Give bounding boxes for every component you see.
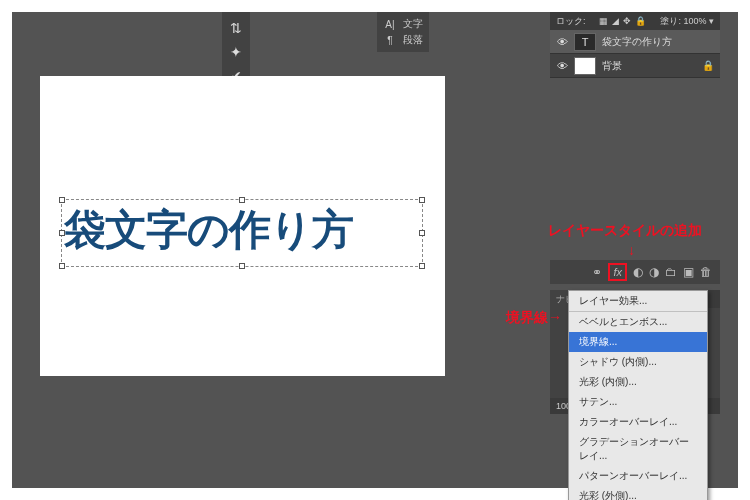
- handle-br[interactable]: [419, 263, 425, 269]
- handle-tr[interactable]: [419, 197, 425, 203]
- props-align-label: 段落: [403, 33, 423, 47]
- lock-pixels-icon[interactable]: ▦: [599, 16, 608, 26]
- menu-item-inner-glow[interactable]: 光彩 (内側)...: [569, 372, 707, 392]
- menu-item-layer-effects[interactable]: レイヤー効果...: [569, 291, 707, 312]
- props-text-label: 文字: [403, 17, 423, 31]
- handle-mr[interactable]: [419, 230, 425, 236]
- annotation-add-layer-style: レイヤースタイルの追加: [548, 222, 702, 240]
- adjustment-icon[interactable]: ◑: [649, 265, 659, 279]
- layer-row-text[interactable]: 👁 T 袋文字の作り方: [550, 30, 720, 54]
- layer-thumb-bg: [574, 57, 596, 75]
- lock-image-icon[interactable]: ◢: [612, 16, 619, 26]
- visibility-icon[interactable]: 👁: [556, 60, 568, 72]
- fill-value[interactable]: 100%: [683, 16, 706, 26]
- lock-icon: 🔒: [702, 60, 714, 71]
- menu-item-outer-glow[interactable]: 光彩 (外側)...: [569, 486, 707, 500]
- link-icon[interactable]: ⚭: [592, 265, 602, 279]
- handle-tl[interactable]: [59, 197, 65, 203]
- menu-item-inner-shadow[interactable]: シャドウ (内側)...: [569, 352, 707, 372]
- layers-panel: 👁 T 袋文字の作り方 👁 背景 🔒: [550, 30, 720, 78]
- mask-icon[interactable]: ◐: [633, 265, 643, 279]
- text-tool-icon: A|: [383, 19, 397, 30]
- text-orient-tool[interactable]: ⇅: [226, 18, 246, 38]
- lock-position-icon[interactable]: ✥: [623, 16, 631, 26]
- warp-tool[interactable]: ✦: [226, 42, 246, 62]
- lock-label: ロック:: [556, 15, 586, 28]
- handle-ml[interactable]: [59, 230, 65, 236]
- fx-button[interactable]: fx: [608, 263, 627, 281]
- app-frame: ⇅ ✦ ✔ ☰ A|文字 ¶段落 ロック: ▦ ◢ ✥ 🔒 塗り: 100% ▾…: [12, 12, 738, 488]
- annotation-arrow-icon: ↓: [628, 242, 635, 258]
- trash-icon[interactable]: 🗑: [700, 265, 712, 279]
- properties-panel: A|文字 ¶段落: [377, 12, 429, 52]
- menu-item-pattern-overlay[interactable]: パターンオーバーレイ...: [569, 466, 707, 486]
- layer-thumb-text: T: [574, 33, 596, 51]
- lock-all-icon[interactable]: 🔒: [635, 16, 646, 26]
- layer-name-bg: 背景: [602, 59, 622, 73]
- paragraph-icon: ¶: [383, 35, 397, 46]
- layers-footer: ⚭ fx ◐ ◑ 🗀 ▣ 🗑: [550, 260, 720, 284]
- menu-item-bevel[interactable]: ベベルとエンボス...: [569, 312, 707, 332]
- handle-bl[interactable]: [59, 263, 65, 269]
- menu-item-stroke[interactable]: 境界線...: [569, 332, 707, 352]
- text-bounding-box[interactable]: 袋文字の作り方: [64, 202, 420, 264]
- folder-icon[interactable]: 🗀: [665, 265, 677, 279]
- new-layer-icon[interactable]: ▣: [683, 265, 694, 279]
- layer-name-text: 袋文字の作り方: [602, 35, 672, 49]
- selection-outline: [61, 199, 423, 267]
- handle-tm[interactable]: [239, 197, 245, 203]
- canvas[interactable]: 袋文字の作り方: [40, 76, 445, 376]
- menu-item-gradient-overlay[interactable]: グラデーションオーバーレイ...: [569, 432, 707, 466]
- layer-lock-bar: ロック: ▦ ◢ ✥ 🔒 塗り: 100% ▾: [550, 12, 720, 30]
- layer-style-menu: レイヤー効果... ベベルとエンボス... 境界線... シャドウ (内側)..…: [568, 290, 708, 500]
- handle-bm[interactable]: [239, 263, 245, 269]
- layer-row-bg[interactable]: 👁 背景 🔒: [550, 54, 720, 78]
- annotation-stroke: 境界線→: [506, 309, 562, 327]
- visibility-icon[interactable]: 👁: [556, 36, 568, 48]
- fill-dropdown-icon[interactable]: ▾: [709, 16, 714, 26]
- fill-label: 塗り:: [660, 16, 681, 26]
- menu-item-satin[interactable]: サテン...: [569, 392, 707, 412]
- menu-item-color-overlay[interactable]: カラーオーバーレイ...: [569, 412, 707, 432]
